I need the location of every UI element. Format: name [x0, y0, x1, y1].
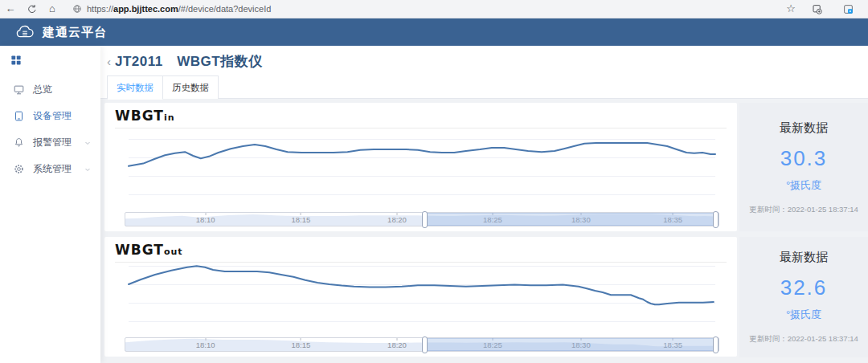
page-header: ‹ JT2011 WBGT指数仪 实时数据 历史数据 — [100, 46, 868, 99]
latest-data-panel-wbgt-out: 最新数据 32.6 °摄氏度 更新时间：2022-01-25 18:37:14 — [739, 237, 868, 357]
time-tick: 18:15 — [292, 341, 311, 349]
divider — [115, 262, 727, 263]
address-bar[interactable]: https://app.bjjttec.com/#/device/data?de… — [72, 4, 271, 14]
datazoom-slider[interactable]: 18:10 18:15 18:20 18:25 18:30 18:35 — [125, 212, 719, 226]
back-icon[interactable]: ← — [0, 0, 21, 18]
app-header: 建通云平台 — [0, 18, 868, 46]
chart-card-wbgt-in: WBGTin 18:10 18:15 18:20 18:25 18:30 18:… — [104, 103, 737, 231]
monitor-icon — [13, 84, 25, 96]
latest-value: 32.6 — [739, 275, 868, 300]
updated-time: 更新时间：2022-01-25 18:37:14 — [739, 205, 868, 215]
zoom-selection[interactable] — [424, 213, 716, 226]
gear-icon — [13, 163, 25, 175]
back-chevron-icon[interactable]: ‹ — [107, 55, 111, 68]
updated-time: 更新时间：2022-01-25 18:37:14 — [739, 334, 868, 345]
line-chart-wbgt-out — [129, 263, 715, 328]
zoom-handle-left[interactable] — [422, 211, 428, 228]
time-tick: 18:15 — [292, 215, 311, 224]
sidebar-item-alarms[interactable]: 报警管理 — [0, 129, 100, 156]
zoom-selection[interactable] — [424, 338, 716, 351]
browser-toolbar: ← ⌂ https://app.bjjttec.com/#/device/dat… — [0, 0, 868, 18]
zoom-handle-left[interactable] — [422, 336, 428, 353]
tab-realtime-data[interactable]: 实时数据 — [107, 75, 163, 99]
tab-bar: 实时数据 历史数据 — [100, 75, 868, 99]
zoom-handle-right[interactable] — [713, 336, 719, 353]
time-tick: 18:20 — [387, 341, 407, 349]
collections-icon[interactable] — [806, 3, 827, 15]
chart-card-wbgt-out: WBGTout 18:10 18:15 18:20 18:25 18:30 18… — [104, 237, 737, 357]
workspaces-icon[interactable] — [837, 3, 858, 15]
sidebar: 总览 设备管理 报警管理 系统管理 — [0, 46, 100, 363]
brand-title: 建通云平台 — [43, 25, 107, 40]
sidebar-item-label: 总览 — [33, 83, 52, 96]
device-icon — [13, 110, 25, 122]
time-tick: 18:20 — [387, 215, 407, 224]
datazoom-slider[interactable]: 18:10 18:15 18:20 18:25 18:30 18:35 — [125, 337, 719, 352]
latest-data-heading: 最新数据 — [739, 103, 868, 136]
sidebar-item-overview[interactable]: 总览 — [0, 76, 100, 103]
zoom-handle-right[interactable] — [713, 211, 719, 228]
page-title: JT2011 WBGT指数仪 — [115, 52, 263, 71]
browser-actions: ☆ — [786, 0, 858, 18]
url-text: https://app.bjjttec.com/#/device/data?de… — [87, 4, 271, 14]
time-tick: 18:10 — [196, 341, 215, 349]
bell-icon — [13, 137, 25, 149]
menu-grid-icon[interactable] — [10, 54, 23, 67]
favorites-star-icon[interactable]: ☆ — [786, 0, 796, 18]
sidebar-item-devices[interactable]: 设备管理 — [0, 103, 100, 129]
latest-data-panel-wbgt-in: 最新数据 30.3 °摄氏度 更新时间：2022-01-25 18:37:14 — [739, 103, 868, 231]
latest-unit: °摄氏度 — [739, 178, 868, 193]
site-globe-icon — [72, 4, 82, 14]
chart-title: WBGTin — [115, 108, 175, 124]
sidebar-item-label: 系统管理 — [33, 162, 72, 176]
latest-data-heading: 最新数据 — [739, 237, 868, 265]
line-chart-wbgt-in — [129, 137, 715, 201]
home-icon[interactable]: ⌂ — [42, 0, 63, 18]
refresh-icon[interactable] — [21, 4, 42, 14]
chart-title: WBGTout — [115, 242, 183, 258]
sidebar-item-system[interactable]: 系统管理 — [0, 156, 100, 182]
chevron-down-icon — [83, 138, 92, 148]
chevron-down-icon — [83, 165, 92, 174]
sidebar-item-label: 设备管理 — [33, 109, 72, 123]
time-tick: 18:10 — [196, 215, 215, 224]
main-content: ‹ JT2011 WBGT指数仪 实时数据 历史数据 WBGTin 18:10 … — [100, 46, 868, 363]
divider — [115, 128, 727, 128]
tab-history-data[interactable]: 历史数据 — [163, 75, 219, 99]
latest-value: 30.3 — [739, 146, 868, 171]
cloud-logo-icon — [14, 24, 35, 40]
sidebar-item-label: 报警管理 — [33, 136, 72, 149]
app-root: ← ⌂ https://app.bjjttec.com/#/device/dat… — [0, 0, 868, 363]
latest-unit: °摄氏度 — [739, 308, 868, 322]
